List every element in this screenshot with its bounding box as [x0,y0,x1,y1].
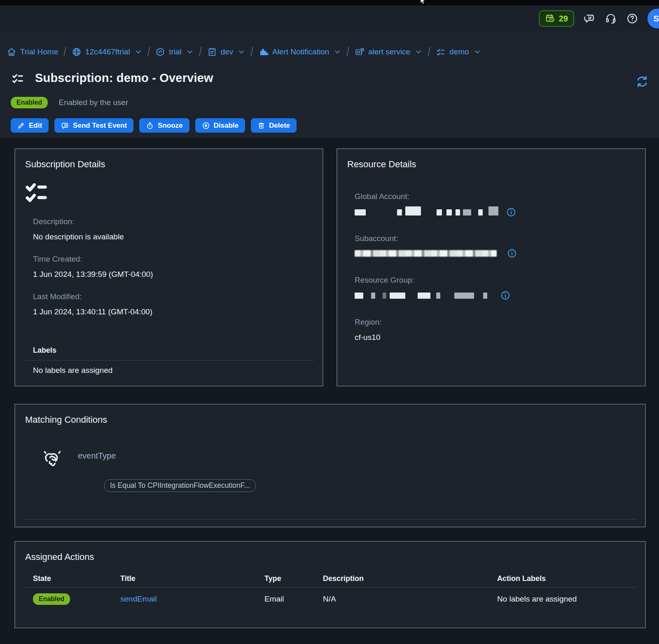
feedback-button[interactable] [583,12,596,25]
breadcrumb-separator: / [63,45,66,59]
trial-days-count: 29 [559,14,568,23]
toolbar: Edit Send Test Event Snooze Disable [11,118,297,133]
pencil-icon [17,122,25,129]
refresh-button[interactable] [635,75,649,90]
disable-button[interactable]: Disable [195,118,245,133]
support-button[interactable] [605,12,617,25]
os-top-strip [0,0,659,5]
chevron-down-icon[interactable] [474,48,481,56]
button-label: Snooze [158,122,182,130]
globe-icon [72,47,82,57]
region-label: Region: [355,318,382,327]
help-icon [626,12,638,25]
appointment-icon [545,13,556,24]
breadcrumb-item-global-account[interactable]: 12c4467ftrial [72,47,142,57]
info-icon[interactable] [506,207,516,218]
status-badge: Enabled [11,97,48,108]
breadcrumb-label: trial [169,47,182,56]
assigned-actions-panel: Assigned Actions State Title Type Descri… [14,541,646,628]
divider [24,519,637,520]
resource-group-redacted-value [355,290,511,301]
description-label: Description: [33,217,74,226]
panel-title: Assigned Actions [25,552,94,562]
hexagon-icon [155,47,165,57]
global-account-label: Global Account: [355,192,409,201]
chevron-down-icon[interactable] [186,48,194,56]
panel-title: Subscription Details [25,159,105,170]
shell-bar: 29 [0,5,659,31]
column-header-type: Type [264,574,323,583]
last-modified-value: 1 Jun 2024, 13:40:11 (GMT-04:00) [33,307,152,316]
page-title-row: Subscription: demo - Overview [11,71,213,85]
send-test-event-button[interactable]: Send Test Event [54,118,133,133]
assigned-actions-table: State Title Type Description Action Labe… [15,570,645,611]
avatar-initials: SI [654,14,659,23]
breadcrumb-item-subaccount[interactable]: trial [155,47,194,57]
chevron-down-icon[interactable] [415,48,422,56]
breadcrumb-item-trial-home[interactable]: Trial Home [7,47,58,57]
action-title-link[interactable]: sendEmail [120,595,157,603]
column-header-action-labels: Action Labels [497,574,645,583]
puzzle-icon [259,47,269,57]
status-row: Enabled Enabled by the user [11,97,128,108]
panel-title: Matching Conditions [25,415,107,425]
resource-details-panel: Resource Details Global Account: Subacco… [337,148,646,386]
subscription-type-icon [24,180,52,204]
breadcrumb-item-space[interactable]: dev [207,47,245,57]
breadcrumb-item-service-instance[interactable]: alert service [355,47,422,57]
mouse-cursor [419,0,426,5]
breadcrumb-label: Trial Home [20,47,58,56]
screen: 29 [0,0,659,644]
action-state-badge: Enabled [33,593,70,605]
column-header-state: State [33,574,120,583]
avatar[interactable]: SI [647,9,659,28]
resource-group-label: Resource Group: [355,276,414,285]
button-label: Send Test Event [73,122,127,130]
status-text: Enabled by the user [58,98,128,107]
chevron-down-icon[interactable] [334,48,341,56]
action-description: N/A [323,595,497,604]
trash-icon [257,122,265,129]
panel-title: Resource Details [347,159,416,170]
breadcrumb-item-service[interactable]: Alert Notification [259,47,341,57]
test-event-icon [61,122,69,130]
action-type: Email [264,595,323,604]
chevron-down-icon[interactable] [135,48,142,56]
info-icon[interactable] [507,248,517,259]
breadcrumb-item-subscription[interactable]: demo [436,47,481,57]
breadcrumb-label: dev [221,47,234,56]
condition-chip[interactable]: Is Equal To CPIIntegrationFlowExecutionF… [104,479,256,492]
column-header-title: Title [120,574,264,583]
matching-conditions-panel: Matching Conditions eventType Is Equal T… [14,404,646,527]
service-icon [355,47,365,57]
subscription-checklist-icon [11,72,24,85]
time-created-value: 1 Jun 2024, 13:39:59 (GMT-04:00) [33,270,153,279]
subaccount-label: Subaccount: [355,234,398,243]
info-icon[interactable] [500,290,511,301]
breadcrumb-separator: / [428,45,430,59]
help-button[interactable] [626,12,638,25]
button-label: Delete [269,122,290,130]
subaccount-redacted-value [355,248,517,259]
breadcrumb-label: demo [449,47,469,56]
global-account-redacted-value [355,207,516,218]
chevron-down-icon[interactable] [238,48,245,56]
breadcrumb: Trial Home / 12c4467ftrial / trial [7,42,481,62]
breadcrumb-separator: / [147,45,150,59]
home-icon [7,47,16,57]
stopwatch-icon [146,122,154,130]
breadcrumb-separator: / [250,45,253,59]
trial-days-badge[interactable]: 29 [539,10,574,27]
labels-empty-text: No labels are assigned [33,366,112,375]
button-label: Edit [29,122,42,130]
edit-button[interactable]: Edit [11,118,49,133]
divider [24,360,314,361]
checklist-icon [436,47,446,57]
delete-button[interactable]: Delete [251,118,297,133]
app-header-region: 29 [0,5,659,138]
breadcrumb-label: Alert Notification [272,47,329,56]
region-value: cf-us10 [355,333,380,342]
breadcrumb-separator: / [199,45,202,59]
description-value: No description is available [33,232,124,241]
snooze-button[interactable]: Snooze [139,118,189,133]
